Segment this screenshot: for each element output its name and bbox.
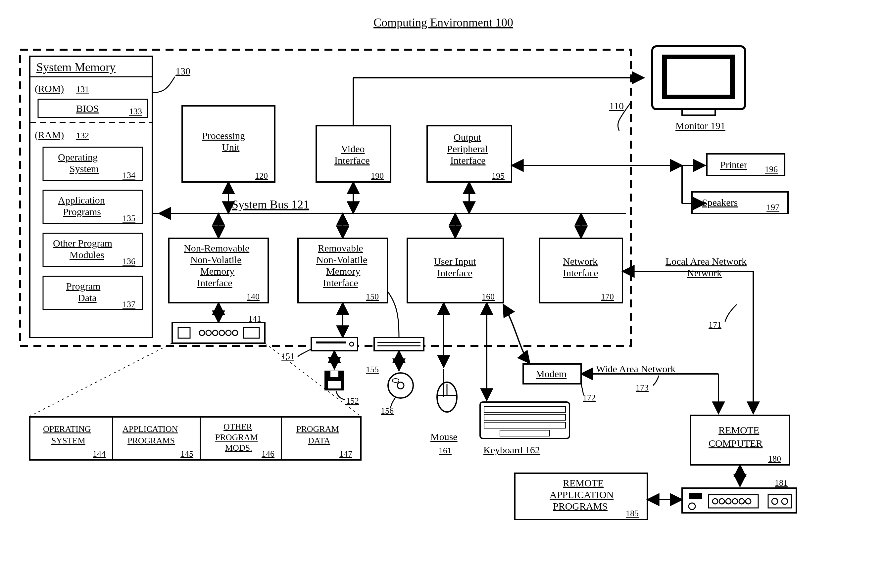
svg-rect-96 <box>484 422 565 428</box>
svg-text:170: 170 <box>601 292 614 302</box>
keyboard-label: Keyboard 162 <box>483 444 540 455</box>
mouse-num: 161 <box>439 446 452 455</box>
svg-text:OPERATING: OPERATING <box>43 424 91 434</box>
svg-text:Program: Program <box>66 280 100 291</box>
bios-num: 133 <box>129 106 142 116</box>
rom-num: 131 <box>76 84 89 94</box>
nrnv-box: Non-Removable Non-Volatile Memory Interf… <box>169 213 268 322</box>
svg-point-87 <box>388 373 413 398</box>
svg-text:Video: Video <box>341 143 365 154</box>
svg-text:147: 147 <box>339 449 352 459</box>
svg-text:144: 144 <box>93 449 105 459</box>
svg-text:Processing: Processing <box>202 130 245 141</box>
computer-num: 110 <box>609 100 624 111</box>
ram-label: (RAM) <box>35 129 64 141</box>
svg-text:Modules: Modules <box>69 249 104 260</box>
diagram: Computing Environment 100 110 System Mem… <box>0 0 887 588</box>
remote-hdd-icon: 181 <box>682 478 796 513</box>
svg-point-89 <box>392 378 399 382</box>
svg-text:Application: Application <box>58 195 105 206</box>
svg-text:Unit: Unit <box>222 142 240 153</box>
svg-rect-82 <box>328 381 341 388</box>
optical-drive-icon: 155 156 <box>366 291 424 416</box>
floppy-drive-icon: 151 152 <box>281 338 359 406</box>
svg-text:Non-Volatile: Non-Volatile <box>190 254 241 265</box>
svg-text:Wide Area Network: Wide Area Network <box>596 363 675 374</box>
svg-rect-95 <box>484 414 565 420</box>
svg-rect-81 <box>331 371 338 377</box>
svg-text:196: 196 <box>765 165 778 174</box>
fdd-num: 151 <box>281 351 294 361</box>
remote-app-programs-box: REMOTE APPLICATION PROGRAMS 185 <box>515 473 682 519</box>
svg-text:Data: Data <box>78 292 97 303</box>
svg-text:195: 195 <box>492 171 505 181</box>
svg-text:173: 173 <box>636 383 649 393</box>
svg-text:Interface: Interface <box>450 155 486 166</box>
mouse-icon: Mouse 161 <box>430 303 458 455</box>
speakers-box: Speakers 197 <box>692 192 788 213</box>
odd-num: 155 <box>366 364 379 374</box>
svg-text:PROGRAM: PROGRAM <box>215 432 258 442</box>
svg-text:Interface: Interface <box>563 267 598 278</box>
svg-text:MODS.: MODS. <box>225 443 252 453</box>
svg-text:Non-Removable: Non-Removable <box>184 243 249 254</box>
svg-text:Interface: Interface <box>197 277 232 288</box>
sysmem-header: System Memory <box>36 60 116 74</box>
svg-text:190: 190 <box>371 171 384 181</box>
svg-text:User Input: User Input <box>434 256 476 267</box>
network-interface-box: Network Interface 170 <box>540 213 622 303</box>
svg-text:PROGRAMS: PROGRAMS <box>128 436 175 446</box>
user-input-box: User Input Interface 160 <box>407 213 503 303</box>
svg-rect-126 <box>689 493 702 499</box>
svg-text:150: 150 <box>366 292 379 302</box>
svg-text:180: 180 <box>768 454 781 464</box>
modem-box: Modem 172 <box>503 304 595 402</box>
svg-text:160: 160 <box>482 292 495 302</box>
svg-text:Other Program: Other Program <box>53 238 112 249</box>
svg-text:Interface: Interface <box>437 267 472 278</box>
svg-line-145 <box>30 343 172 416</box>
wan-link: Wide Area Network 173 <box>581 363 719 414</box>
hdd-breakout: OPERATING SYSTEM 144 APPLICATION PROGRAM… <box>30 343 361 460</box>
svg-rect-94 <box>484 406 565 412</box>
monitor-icon: Monitor 191 <box>652 46 745 131</box>
svg-text:Network: Network <box>687 267 722 278</box>
bios-label: BIOS <box>76 103 99 114</box>
svg-text:APPLICATION: APPLICATION <box>550 489 613 500</box>
svg-text:Printer: Printer <box>720 159 747 170</box>
monitor-label: Monitor 191 <box>675 120 725 131</box>
svg-text:Network: Network <box>563 256 598 267</box>
svg-rect-83 <box>374 338 424 351</box>
svg-text:146: 146 <box>262 449 275 459</box>
svg-text:Interface: Interface <box>334 155 370 166</box>
svg-text:137: 137 <box>122 300 135 309</box>
svg-text:185: 185 <box>626 508 639 518</box>
rom-label: (ROM) <box>35 83 64 94</box>
svg-point-88 <box>397 382 404 389</box>
bus-label: System Bus 121 <box>232 198 309 211</box>
mouse-label: Mouse <box>430 431 458 442</box>
svg-text:PROGRAM: PROGRAM <box>296 424 339 434</box>
floppy-num: 152 <box>346 396 359 406</box>
sysmem-lead-num: 130 <box>176 66 190 76</box>
svg-text:Programs: Programs <box>63 206 101 217</box>
system-memory-block: System Memory (ROM) 131 BIOS 133 (RAM) 1… <box>30 56 190 338</box>
svg-text:181: 181 <box>775 478 788 488</box>
svg-text:Speakers: Speakers <box>702 197 738 208</box>
svg-text:OTHER: OTHER <box>224 422 252 432</box>
svg-text:PROGRAMS: PROGRAMS <box>553 501 607 512</box>
svg-text:136: 136 <box>122 256 135 266</box>
svg-text:SYSTEM: SYSTEM <box>51 436 86 446</box>
diagram-title: Computing Environment 100 <box>373 16 513 29</box>
svg-text:Output: Output <box>454 132 481 142</box>
processing-unit-box: Processing Unit 120 <box>182 106 275 213</box>
disc-num: 156 <box>381 406 394 416</box>
output-peripheral-box: Output Peripheral Interface 195 <box>427 126 705 213</box>
svg-text:171: 171 <box>708 320 722 330</box>
printer-box: Printer 196 <box>707 154 785 176</box>
svg-text:Peripheral: Peripheral <box>447 143 488 154</box>
svg-text:197: 197 <box>767 202 779 212</box>
svg-text:140: 140 <box>247 292 260 302</box>
svg-text:APPLICATION: APPLICATION <box>122 424 178 434</box>
svg-rect-77 <box>316 342 346 344</box>
